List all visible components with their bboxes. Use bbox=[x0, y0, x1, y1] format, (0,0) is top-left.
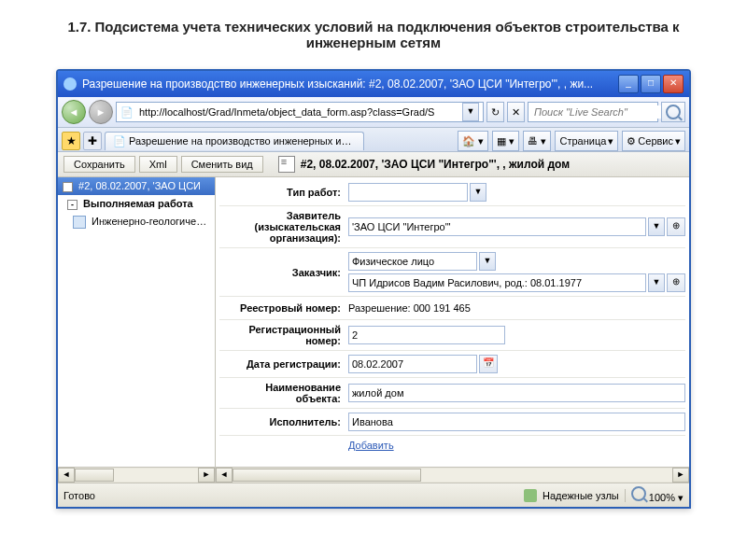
browser-window: Разрешение на производство инженерных из… bbox=[56, 69, 691, 509]
maximize-button[interactable]: □ bbox=[641, 75, 661, 93]
applicant-lookup-button[interactable]: ⊕ bbox=[667, 217, 685, 236]
url-dropdown[interactable]: ▼ bbox=[462, 103, 479, 121]
back-button[interactable]: ◄ bbox=[62, 100, 86, 124]
doc-icon bbox=[73, 216, 86, 229]
tab-label: Разрешение на производство инженерных из… bbox=[129, 135, 364, 147]
object-name-label: Наименование объекта: bbox=[219, 382, 348, 404]
date-picker-button[interactable]: 📅 bbox=[479, 355, 498, 373]
customer-label: Заказчик: bbox=[219, 267, 348, 278]
work-type-dropdown[interactable]: ▼ bbox=[470, 183, 486, 202]
tools-menu[interactable]: ⚙ Сервис ▾ bbox=[622, 131, 685, 151]
window-title: Разрешение на производство инженерных из… bbox=[82, 77, 618, 91]
tree-hscroll[interactable]: ◄ ► bbox=[58, 467, 216, 483]
ie-icon bbox=[63, 77, 77, 91]
tree-item-geo[interactable]: Инженерно-геологические bbox=[58, 213, 215, 231]
close-button[interactable]: ✕ bbox=[663, 75, 684, 93]
tree-item-work[interactable]: - Выполняемая работа bbox=[58, 195, 215, 213]
page-heading: 1.7. Подсистема учета технических услови… bbox=[0, 0, 747, 60]
tab-active[interactable]: 📄 Разрешение на производство инженерных … bbox=[105, 132, 364, 150]
reg-date-label: Дата регистрации: bbox=[219, 358, 348, 370]
search-icon bbox=[666, 105, 681, 119]
document-title: #2, 08.02.2007, 'ЗАО ЦСИ "Интегро"', , ж… bbox=[278, 156, 570, 173]
status-bar: Готово Надежные узлы 100% ▾ bbox=[58, 483, 689, 507]
applicant-input[interactable] bbox=[348, 217, 646, 236]
tab-icon: 📄 bbox=[113, 135, 126, 147]
page-menu[interactable]: Страница ▾ bbox=[555, 131, 618, 151]
tree-pane: - #2, 08.02.2007, 'ЗАО ЦСИ - Выполняемая… bbox=[58, 177, 216, 467]
address-bar[interactable]: 📄 ▼ bbox=[116, 102, 484, 122]
collapse-icon[interactable]: - bbox=[63, 182, 73, 192]
zoom-value[interactable]: 100% ▾ bbox=[631, 486, 684, 504]
url-input[interactable] bbox=[137, 105, 458, 119]
feeds-button[interactable]: ▦ ▾ bbox=[492, 131, 519, 151]
applicant-dropdown[interactable]: ▼ bbox=[648, 217, 665, 236]
scroll-thumb[interactable] bbox=[233, 469, 421, 482]
object-name-input[interactable] bbox=[348, 384, 685, 402]
favorites-button[interactable]: ★ bbox=[62, 132, 80, 150]
customer-person-input[interactable] bbox=[348, 273, 646, 292]
xml-button[interactable]: Xml bbox=[139, 156, 177, 173]
security-icon bbox=[524, 489, 537, 502]
scroll-left-button[interactable]: ◄ bbox=[58, 468, 75, 483]
registry-number-value: Разрешение: 000 191 465 bbox=[348, 301, 471, 315]
save-button[interactable]: Сохранить bbox=[63, 156, 135, 173]
scroll-left-button[interactable]: ◄ bbox=[216, 468, 233, 483]
collapse-icon[interactable]: - bbox=[67, 200, 78, 210]
tab-strip: ★ ✚ 📄 Разрешение на производство инженер… bbox=[58, 128, 689, 152]
work-type-input[interactable] bbox=[348, 183, 468, 202]
executor-label: Исполнитель: bbox=[219, 416, 348, 427]
scroll-right-button[interactable]: ► bbox=[672, 468, 689, 483]
applicant-label: Заявитель (изыскательская организация): bbox=[219, 210, 348, 244]
minimize-button[interactable]: _ bbox=[618, 75, 639, 93]
change-view-button[interactable]: Сменить вид bbox=[181, 156, 263, 173]
search-input[interactable] bbox=[532, 105, 666, 119]
refresh-button[interactable]: ↻ bbox=[486, 102, 504, 122]
registry-number-label: Реестровый номер: bbox=[219, 302, 348, 314]
tree-header[interactable]: - #2, 08.02.2007, 'ЗАО ЦСИ bbox=[58, 177, 215, 195]
registration-number-label: Регистрационный номер: bbox=[219, 324, 348, 346]
status-zone: Надежные узлы bbox=[543, 490, 619, 501]
page-icon: 📄 bbox=[120, 106, 134, 119]
search-box[interactable] bbox=[528, 102, 658, 122]
status-ready: Готово bbox=[63, 490, 95, 501]
document-icon bbox=[278, 156, 295, 173]
zoom-icon bbox=[631, 486, 646, 501]
customer-lookup-button[interactable]: ⊕ bbox=[667, 273, 685, 292]
scroll-thumb[interactable] bbox=[75, 469, 114, 482]
customer-type-dropdown[interactable]: ▼ bbox=[479, 252, 496, 271]
form-pane: Тип работ: ▼ Заявитель (изыскательская о… bbox=[216, 177, 689, 467]
work-type-label: Тип работ: bbox=[219, 187, 348, 198]
app-toolbar: Сохранить Xml Сменить вид #2, 08.02.2007… bbox=[58, 152, 689, 177]
customer-person-dropdown[interactable]: ▼ bbox=[648, 273, 665, 292]
customer-type-input[interactable] bbox=[348, 252, 477, 271]
print-button[interactable]: 🖶 ▾ bbox=[523, 131, 551, 151]
add-favorite-button[interactable]: ✚ bbox=[83, 132, 102, 150]
nav-toolbar: ◄ ► 📄 ▼ ↻ ✕ bbox=[58, 97, 689, 128]
add-link[interactable]: Добавить bbox=[348, 440, 394, 451]
registration-number-input[interactable] bbox=[348, 326, 505, 344]
executor-input[interactable] bbox=[348, 413, 685, 431]
search-button[interactable] bbox=[661, 102, 685, 122]
scroll-right-button[interactable]: ► bbox=[198, 468, 215, 483]
stop-button[interactable]: ✕ bbox=[507, 102, 525, 122]
reg-date-input[interactable] bbox=[348, 355, 477, 373]
home-button[interactable]: 🏠 ▾ bbox=[458, 131, 488, 151]
title-bar: Разрешение на производство инженерных из… bbox=[58, 71, 689, 97]
form-hscroll[interactable]: ◄ ► bbox=[216, 467, 689, 483]
forward-button[interactable]: ► bbox=[89, 100, 113, 124]
